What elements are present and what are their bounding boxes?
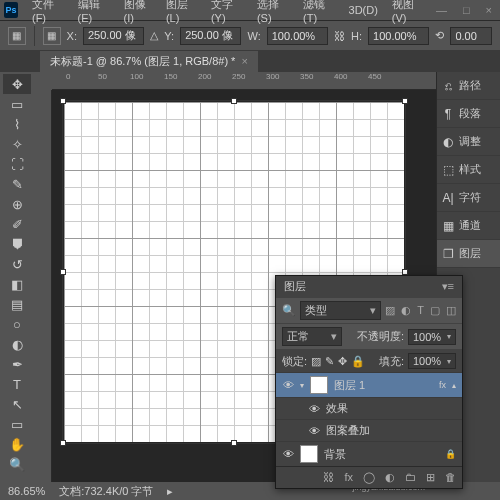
zoom-tool[interactable]: 🔍 bbox=[3, 454, 31, 474]
rotation-input[interactable]: 0.00 bbox=[450, 27, 492, 45]
swap-xy-icon[interactable]: △ bbox=[150, 29, 158, 42]
panel-paragraph[interactable]: ¶段落 bbox=[437, 100, 500, 128]
link-wh-icon[interactable]: ⛓ bbox=[334, 30, 345, 42]
filter-shape-icon[interactable]: ▢ bbox=[430, 304, 440, 317]
visibility-icon[interactable]: 👁 bbox=[308, 425, 320, 437]
visibility-icon[interactable]: 👁 bbox=[282, 379, 294, 391]
move-tool[interactable]: ✥ bbox=[3, 74, 31, 94]
minimize-icon[interactable]: — bbox=[432, 4, 451, 16]
fx-button-icon[interactable]: fx bbox=[344, 471, 353, 484]
blend-mode-dropdown[interactable]: 正常 bbox=[282, 327, 342, 346]
eraser-tool[interactable]: ◧ bbox=[3, 274, 31, 294]
doc-info[interactable]: 文档:732.4K/0 字节 bbox=[59, 484, 153, 499]
panel-styles[interactable]: ⬚样式 bbox=[437, 156, 500, 184]
delete-icon[interactable]: 🗑 bbox=[445, 471, 456, 484]
gradient-tool[interactable]: ▤ bbox=[3, 294, 31, 314]
effects-row[interactable]: 👁 效果 bbox=[276, 397, 462, 419]
fx-expand-icon[interactable]: ▴ bbox=[452, 381, 456, 390]
status-arrow-icon[interactable]: ▸ bbox=[167, 485, 173, 498]
document-tab[interactable]: 未标题-1 @ 86.7% (图层 1, RGB/8#) * × bbox=[40, 51, 258, 72]
handle-top-right[interactable] bbox=[402, 98, 408, 104]
filter-smart-icon[interactable]: ◫ bbox=[446, 304, 456, 317]
transform-tool-icon[interactable]: ▦ bbox=[8, 27, 26, 45]
path-tool[interactable]: ↖ bbox=[3, 394, 31, 414]
magic-wand-tool[interactable]: ✧ bbox=[3, 134, 31, 154]
layers-panel-header[interactable]: 图层 ▾≡ bbox=[276, 276, 462, 297]
effect-pattern-overlay[interactable]: 👁 图案叠加 bbox=[276, 419, 462, 441]
dodge-tool[interactable]: ◐ bbox=[3, 334, 31, 354]
panel-paths[interactable]: ⎌路径 bbox=[437, 72, 500, 100]
menu-filter[interactable]: 滤镜(T) bbox=[297, 0, 341, 26]
close-icon[interactable]: × bbox=[482, 4, 496, 16]
ruler-horizontal[interactable]: 0 50 100 150 200 250 300 350 400 450 bbox=[52, 72, 436, 90]
type-tool[interactable]: T bbox=[3, 374, 31, 394]
layer-thumbnail[interactable] bbox=[310, 376, 328, 394]
handle-bottom-center[interactable] bbox=[231, 440, 237, 446]
menu-edit[interactable]: 编辑(E) bbox=[72, 0, 116, 26]
handle-top-center[interactable] bbox=[231, 98, 237, 104]
opacity-input[interactable]: 100% bbox=[408, 329, 456, 345]
mask-icon[interactable]: ◯ bbox=[363, 471, 375, 484]
menu-view[interactable]: 视图(V) bbox=[386, 0, 430, 26]
healing-tool[interactable]: ⊕ bbox=[3, 194, 31, 214]
panel-menu-icon[interactable]: ▾≡ bbox=[442, 280, 454, 293]
fx-badge[interactable]: fx bbox=[439, 380, 446, 390]
layers-panel[interactable]: 图层 ▾≡ 🔍 类型 ▨ ◐ T ▢ ◫ 正常 不透明度: 100% 锁定: ▨… bbox=[275, 275, 463, 489]
expand-icon[interactable]: ▾ bbox=[300, 381, 304, 390]
filter-pixel-icon[interactable]: ▨ bbox=[385, 304, 395, 317]
blur-tool[interactable]: ○ bbox=[3, 314, 31, 334]
new-layer-icon[interactable]: ⊞ bbox=[426, 471, 435, 484]
filter-adjust-icon[interactable]: ◐ bbox=[401, 304, 411, 317]
menu-select[interactable]: 选择(S) bbox=[251, 0, 295, 26]
h-input[interactable]: 100.00% bbox=[368, 27, 429, 45]
x-input[interactable]: 250.00 像 bbox=[83, 27, 144, 45]
layer-name[interactable]: 图层 1 bbox=[334, 378, 365, 393]
filter-type-icon[interactable]: T bbox=[417, 304, 424, 317]
w-input[interactable]: 100.00% bbox=[267, 27, 328, 45]
menu-file[interactable]: 文件(F) bbox=[26, 0, 70, 26]
tab-close-icon[interactable]: × bbox=[241, 55, 247, 67]
layer-thumbnail[interactable] bbox=[300, 445, 318, 463]
pen-tool[interactable]: ✒ bbox=[3, 354, 31, 374]
ruler-vertical[interactable] bbox=[34, 90, 52, 482]
layer-item[interactable]: 👁 ▾ 图层 1 fx ▴ bbox=[276, 372, 462, 397]
y-input[interactable]: 250.00 像 bbox=[180, 27, 241, 45]
eyedropper-tool[interactable]: ✎ bbox=[3, 174, 31, 194]
filter-type-dropdown[interactable]: 类型 bbox=[300, 301, 381, 320]
crop-tool[interactable]: ⛶ bbox=[3, 154, 31, 174]
fill-input[interactable]: 100% bbox=[408, 353, 456, 369]
visibility-icon[interactable]: 👁 bbox=[308, 403, 320, 415]
group-icon[interactable]: 🗀 bbox=[405, 471, 416, 484]
lock-position-icon[interactable]: ✥ bbox=[338, 355, 347, 368]
adjustment-icon[interactable]: ◐ bbox=[385, 471, 395, 484]
menu-layer[interactable]: 图层(L) bbox=[160, 0, 203, 26]
lock-brush-icon[interactable]: ✎ bbox=[325, 355, 334, 368]
brush-tool[interactable]: ✐ bbox=[3, 214, 31, 234]
lock-transparent-icon[interactable]: ▨ bbox=[311, 355, 321, 368]
layer-name[interactable]: 背景 bbox=[324, 447, 346, 462]
history-brush-tool[interactable]: ↺ bbox=[3, 254, 31, 274]
layer-item[interactable]: 👁 背景 🔒 bbox=[276, 441, 462, 466]
document-tabs: 未标题-1 @ 86.7% (图层 1, RGB/8#) * × bbox=[0, 50, 500, 72]
menu-type[interactable]: 文字(Y) bbox=[205, 0, 249, 26]
menu-image[interactable]: 图像(I) bbox=[118, 0, 158, 26]
visibility-icon[interactable]: 👁 bbox=[282, 448, 294, 460]
handle-top-left[interactable] bbox=[60, 98, 66, 104]
panel-character[interactable]: A|字符 bbox=[437, 184, 500, 212]
stamp-tool[interactable]: ⛊ bbox=[3, 234, 31, 254]
panel-layers[interactable]: ❐图层 bbox=[437, 240, 500, 268]
panel-channels[interactable]: ▦通道 bbox=[437, 212, 500, 240]
link-layers-icon[interactable]: ⛓ bbox=[323, 471, 334, 484]
menu-3d[interactable]: 3D(D) bbox=[343, 2, 384, 18]
maximize-icon[interactable]: □ bbox=[459, 4, 474, 16]
handle-left-center[interactable] bbox=[60, 269, 66, 275]
lock-all-icon[interactable]: 🔒 bbox=[351, 355, 365, 368]
handle-bottom-left[interactable] bbox=[60, 440, 66, 446]
zoom-level[interactable]: 86.65% bbox=[8, 485, 45, 497]
marquee-tool[interactable]: ▭ bbox=[3, 94, 31, 114]
shape-tool[interactable]: ▭ bbox=[3, 414, 31, 434]
reference-point-icon[interactable]: ▦ bbox=[43, 27, 61, 45]
hand-tool[interactable]: ✋ bbox=[3, 434, 31, 454]
panel-adjustments[interactable]: ◐调整 bbox=[437, 128, 500, 156]
lasso-tool[interactable]: ⌇ bbox=[3, 114, 31, 134]
